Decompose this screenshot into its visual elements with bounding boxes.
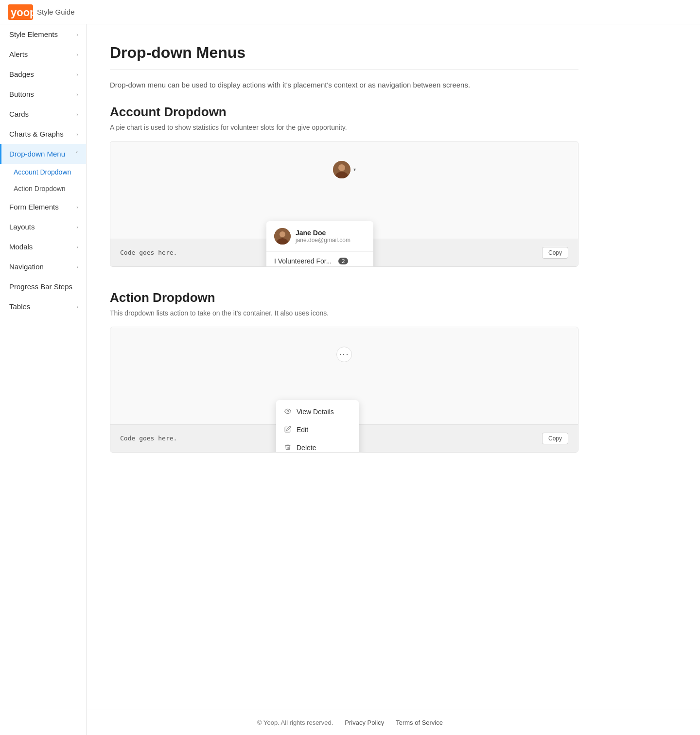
sidebar-subitem-account-dropdown[interactable]: Account Dropdown	[0, 164, 86, 180]
trash-icon	[284, 444, 292, 452]
dropdown-item-label: I Volunteered For...	[274, 257, 332, 265]
chevron-right-icon: ›	[76, 111, 78, 117]
sidebar: Style Elements › Alerts › Badges › Butto…	[0, 24, 87, 735]
sidebar-item-label: Navigation	[9, 262, 44, 271]
sidebar-item-layouts[interactable]: Layouts ›	[0, 217, 86, 237]
sidebar-item-label: Progress Bar Steps	[9, 282, 72, 291]
app-header: yoop Style Guide	[0, 0, 700, 24]
page-title: Drop-down Menus	[110, 44, 578, 70]
eye-icon	[284, 408, 292, 416]
account-dropdown-demo-box: ▾	[110, 141, 578, 267]
chevron-right-icon: ›	[76, 224, 78, 230]
svg-text:yoop: yoop	[11, 6, 33, 18]
chevron-right-icon: ›	[76, 91, 78, 97]
sidebar-item-badges[interactable]: Badges ›	[0, 64, 86, 84]
footer-copyright: © Yoop. All rights reserved.	[257, 719, 333, 726]
dropdown-user-info: Jane Doe jane.doe@gmail.com	[296, 229, 350, 244]
chevron-down-icon: ▾	[353, 167, 356, 172]
sidebar-item-navigation[interactable]: Navigation ›	[0, 257, 86, 277]
privacy-policy-link[interactable]: Privacy Policy	[345, 719, 384, 726]
sidebar-item-label: Buttons	[9, 90, 34, 98]
ellipsis-icon: ···	[339, 349, 349, 359]
action-dropdown-section: Action Dropdown This dropdown lists acti…	[110, 290, 578, 453]
sidebar-item-label: Badges	[9, 70, 34, 78]
sidebar-item-modals[interactable]: Modals ›	[0, 237, 86, 257]
sidebar-subitem-label: Account Dropdown	[14, 168, 71, 176]
main-content: Drop-down Menus Drop-down menu can be us…	[87, 24, 602, 710]
account-dropdown-section-description: A pie chart is used to show statistics f…	[110, 123, 578, 131]
avatar	[333, 161, 350, 178]
sidebar-item-label: Tables	[9, 302, 30, 311]
code-text: Code goes here.	[120, 249, 177, 256]
sidebar-item-label: Alerts	[9, 50, 28, 58]
action-item-label: Edit	[297, 426, 308, 434]
chevron-right-icon: ›	[76, 204, 78, 210]
sidebar-item-alerts[interactable]: Alerts ›	[0, 44, 86, 64]
chevron-right-icon: ›	[76, 244, 78, 250]
dropdown-user-header: Jane Doe jane.doe@gmail.com	[266, 221, 373, 252]
sidebar-item-label: Style Elements	[9, 30, 58, 38]
action-item-delete[interactable]: Delete	[276, 439, 359, 453]
chevron-right-icon: ›	[76, 304, 78, 310]
code-text: Code goes here.	[120, 435, 177, 442]
sidebar-item-buttons[interactable]: Buttons ›	[0, 84, 86, 104]
sidebar-item-label: Drop-down Menu	[9, 150, 65, 158]
action-dropdown-section-title: Action Dropdown	[110, 290, 578, 305]
svg-point-8	[287, 410, 289, 412]
dropdown-avatar	[274, 228, 291, 245]
logo-container[interactable]: yoop Style Guide	[8, 4, 75, 20]
account-dropdown-preview: ▾	[110, 141, 578, 239]
sidebar-item-label: Cards	[9, 110, 29, 118]
action-dropdown-preview: ··· View Details	[110, 327, 578, 424]
sidebar-item-label: Charts & Graphs	[9, 130, 64, 138]
volunteer-badge: 2	[338, 258, 348, 264]
header-title: Style Guide	[37, 8, 75, 16]
copy-button[interactable]: Copy	[542, 433, 568, 444]
action-dropdown-demo-box: ··· View Details	[110, 327, 578, 453]
svg-point-6	[280, 231, 285, 237]
account-dropdown-section-title: Account Dropdown	[110, 105, 578, 120]
sidebar-item-style-elements[interactable]: Style Elements ›	[0, 24, 86, 44]
action-item-label: View Details	[297, 408, 334, 416]
chevron-down-icon: ˅	[75, 151, 78, 157]
dropdown-item-volunteered[interactable]: I Volunteered For... 2	[266, 252, 373, 267]
chevron-right-icon: ›	[76, 131, 78, 137]
sidebar-subitem-label: Action Dropdown	[14, 185, 66, 192]
account-dropdown-menu: Jane Doe jane.doe@gmail.com I Volunteere…	[266, 221, 373, 267]
sidebar-item-label: Modals	[9, 243, 33, 251]
yoop-logo: yoop	[8, 4, 33, 20]
action-dropdown-trigger[interactable]: ···	[336, 347, 352, 362]
action-item-edit[interactable]: Edit	[276, 421, 359, 439]
sidebar-item-cards[interactable]: Cards ›	[0, 104, 86, 124]
sidebar-item-dropdown-menu[interactable]: Drop-down Menu ˅	[0, 144, 86, 164]
pencil-icon	[284, 426, 292, 434]
terms-of-service-link[interactable]: Terms of Service	[396, 719, 443, 726]
chevron-right-icon: ›	[76, 71, 78, 77]
chevron-right-icon: ›	[76, 32, 78, 37]
page-footer: © Yoop. All rights reserved. Privacy Pol…	[0, 710, 700, 735]
action-item-view-details[interactable]: View Details	[276, 403, 359, 421]
svg-point-3	[338, 164, 345, 171]
account-dropdown-trigger[interactable]: ▾	[333, 161, 356, 178]
sidebar-item-progress-bar-steps[interactable]: Progress Bar Steps	[0, 277, 86, 297]
chevron-right-icon: ›	[76, 264, 78, 270]
dropdown-user-email: jane.doe@gmail.com	[296, 237, 350, 244]
copy-button[interactable]: Copy	[542, 247, 568, 259]
sidebar-item-tables[interactable]: Tables ›	[0, 297, 86, 316]
sidebar-item-label: Form Elements	[9, 203, 59, 211]
page-layout: Style Elements › Alerts › Badges › Butto…	[0, 24, 700, 710]
chevron-right-icon: ›	[76, 52, 78, 57]
action-dropdown-menu: View Details Edit	[276, 400, 359, 453]
dropdown-user-name: Jane Doe	[296, 229, 350, 237]
sidebar-item-charts-graphs[interactable]: Charts & Graphs ›	[0, 124, 86, 144]
action-item-label: Delete	[297, 444, 316, 452]
action-dropdown-section-description: This dropdown lists action to take on th…	[110, 309, 578, 317]
page-description: Drop-down menu can be used to display ac…	[110, 80, 578, 91]
sidebar-item-label: Layouts	[9, 223, 35, 231]
sidebar-subitem-action-dropdown[interactable]: Action Dropdown	[0, 180, 86, 197]
sidebar-item-form-elements[interactable]: Form Elements ›	[0, 197, 86, 217]
